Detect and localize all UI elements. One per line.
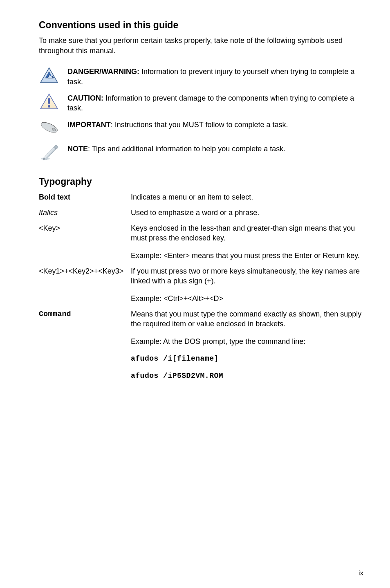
typo-def-key-example: Example: <Enter> means that you must pre… — [131, 251, 363, 260]
typo-term-keycombo: <Key1>+<Key2>+<Key3> — [39, 266, 131, 276]
typo-def-command-example: Example: At the DOS prompt, type the com… — [131, 337, 363, 346]
typo-def-key-main: Keys enclosed in the less-than and great… — [131, 223, 363, 243]
typo-def-command-code1: afudos /i[filename] — [131, 354, 363, 364]
notice-important: IMPORTANT: Instructions that you MUST fo… — [39, 119, 363, 137]
caution-icon — [39, 92, 59, 111]
notice-caution-text: CAUTION: Information to prevent damage t… — [67, 92, 363, 113]
typo-def-command: Means that you must type the command exa… — [131, 309, 363, 381]
typo-def-command-main: Means that you must type the command exa… — [131, 309, 363, 329]
notice-danger-label: DANGER/WARNING: — [67, 67, 139, 76]
notice-important-label: IMPORTANT — [67, 121, 111, 129]
typo-term-italics: Italics — [39, 208, 131, 218]
typo-term-key: <Key> — [39, 223, 131, 233]
notice-danger: DANGER/WARNING: Information to prevent i… — [39, 66, 363, 87]
svg-point-1 — [48, 105, 50, 108]
typo-row-bold: Bold text Indicates a menu or an item to… — [39, 192, 363, 202]
danger-icon — [39, 66, 59, 84]
typo-row-command: Command Means that you must type the com… — [39, 309, 363, 381]
note-icon — [39, 143, 59, 162]
svg-rect-0 — [48, 98, 50, 104]
notice-important-text: IMPORTANT: Instructions that you MUST fo… — [67, 119, 288, 130]
typo-term-bold: Bold text — [39, 192, 131, 202]
typo-def-command-code2: afudos /iP5SD2VM.ROM — [131, 371, 363, 381]
typo-def-keycombo-main: If you must press two or more keys simul… — [131, 266, 363, 286]
notice-caution-body: Information to prevent damage to the com… — [67, 94, 354, 112]
typo-term-command: Command — [39, 309, 131, 319]
typo-def-keycombo-example: Example: <Ctrl>+<Alt>+<D> — [131, 294, 363, 303]
notice-caution-label: CAUTION: — [67, 94, 103, 102]
page-number: ix — [359, 569, 363, 577]
typo-row-keycombo: <Key1>+<Key2>+<Key3> If you must press t… — [39, 266, 363, 303]
typo-def-key: Keys enclosed in the less-than and great… — [131, 223, 363, 260]
typo-def-keycombo: If you must press two or more keys simul… — [131, 266, 363, 303]
notice-note-text: NOTE: Tips and additional information to… — [67, 143, 285, 154]
notice-note-body: : Tips and additional information to hel… — [88, 145, 285, 153]
notice-danger-text: DANGER/WARNING: Information to prevent i… — [67, 66, 363, 87]
typo-def-italics: Used to emphasize a word or a phrase. — [131, 208, 363, 218]
intro-paragraph: To make sure that you perform certain ta… — [39, 36, 363, 56]
typo-row-italics: Italics Used to emphasize a word or a ph… — [39, 208, 363, 218]
section-title-typography: Typography — [39, 176, 363, 187]
notice-caution: CAUTION: Information to prevent damage t… — [39, 92, 363, 113]
notice-important-body: : Instructions that you MUST follow to c… — [111, 121, 288, 129]
typo-row-key: <Key> Keys enclosed in the less-than and… — [39, 223, 363, 260]
section-title-conventions: Conventions used in this guide — [39, 20, 363, 31]
notice-note-label: NOTE — [67, 145, 88, 153]
important-icon — [39, 119, 59, 137]
notice-note: NOTE: Tips and additional information to… — [39, 143, 363, 162]
typo-def-bold: Indicates a menu or an item to select. — [131, 192, 363, 202]
